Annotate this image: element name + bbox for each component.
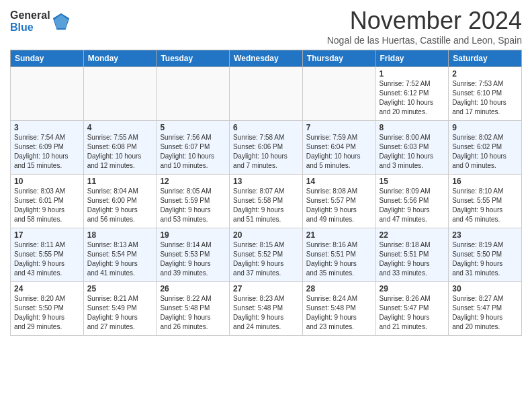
logo-line2: Blue xyxy=(10,21,50,34)
day-number: 11 xyxy=(87,177,153,186)
day-info: Sunrise: 8:02 AM Sunset: 6:02 PM Dayligh… xyxy=(452,133,518,171)
day-info: Sunrise: 7:55 AM Sunset: 6:08 PM Dayligh… xyxy=(87,133,153,171)
location-subtitle: Nogal de las Huertas, Castille and Leon,… xyxy=(327,35,522,46)
calendar-cell: 30Sunrise: 8:27 AM Sunset: 5:47 PM Dayli… xyxy=(449,282,522,336)
day-info: Sunrise: 8:27 AM Sunset: 5:47 PM Dayligh… xyxy=(452,294,518,332)
day-number: 28 xyxy=(306,284,372,293)
calendar-cell: 13Sunrise: 8:07 AM Sunset: 5:58 PM Dayli… xyxy=(230,175,303,228)
calendar-cell: 17Sunrise: 8:11 AM Sunset: 5:55 PM Dayli… xyxy=(11,228,84,282)
calendar-cell: 23Sunrise: 8:19 AM Sunset: 5:50 PM Dayli… xyxy=(449,228,522,282)
day-info: Sunrise: 8:05 AM Sunset: 5:59 PM Dayligh… xyxy=(160,187,226,224)
day-info: Sunrise: 8:09 AM Sunset: 5:56 PM Dayligh… xyxy=(380,187,445,224)
day-number: 26 xyxy=(160,284,226,293)
calendar-cell: 9Sunrise: 8:02 AM Sunset: 6:02 PM Daylig… xyxy=(449,121,522,175)
day-number: 3 xyxy=(14,123,80,132)
day-number: 8 xyxy=(380,123,445,132)
day-info: Sunrise: 8:16 AM Sunset: 5:51 PM Dayligh… xyxy=(306,240,372,278)
day-number: 13 xyxy=(233,177,299,186)
day-info: Sunrise: 8:21 AM Sunset: 5:49 PM Dayligh… xyxy=(87,294,153,332)
header: General Blue November 2024 Nogal de las … xyxy=(10,7,522,46)
day-number: 12 xyxy=(160,177,226,186)
weekday-header-wednesday: Wednesday xyxy=(230,50,303,67)
weekday-header-saturday: Saturday xyxy=(449,50,522,67)
day-number: 30 xyxy=(452,284,518,293)
day-info: Sunrise: 7:59 AM Sunset: 6:04 PM Dayligh… xyxy=(306,133,372,171)
calendar-cell: 8Sunrise: 8:00 AM Sunset: 6:03 PM Daylig… xyxy=(375,121,449,175)
calendar-cell xyxy=(157,67,230,121)
calendar-cell: 18Sunrise: 8:13 AM Sunset: 5:54 PM Dayli… xyxy=(83,228,157,282)
calendar-cell: 22Sunrise: 8:18 AM Sunset: 5:51 PM Dayli… xyxy=(375,228,449,282)
day-info: Sunrise: 8:00 AM Sunset: 6:03 PM Dayligh… xyxy=(380,133,445,171)
calendar-cell: 15Sunrise: 8:09 AM Sunset: 5:56 PM Dayli… xyxy=(375,175,449,228)
calendar-cell: 3Sunrise: 7:54 AM Sunset: 6:09 PM Daylig… xyxy=(11,121,84,175)
calendar-cell: 1Sunrise: 7:52 AM Sunset: 6:12 PM Daylig… xyxy=(375,67,449,121)
day-number: 2 xyxy=(452,69,518,79)
day-number: 29 xyxy=(380,284,445,293)
logo: General Blue xyxy=(10,9,71,33)
day-info: Sunrise: 8:10 AM Sunset: 5:55 PM Dayligh… xyxy=(452,187,518,224)
calendar-week-row: 3Sunrise: 7:54 AM Sunset: 6:09 PM Daylig… xyxy=(11,121,522,175)
day-number: 19 xyxy=(160,230,226,240)
day-number: 9 xyxy=(452,123,518,132)
calendar-week-row: 24Sunrise: 8:20 AM Sunset: 5:50 PM Dayli… xyxy=(11,282,522,336)
day-number: 6 xyxy=(233,123,299,132)
logo-icon xyxy=(52,12,71,31)
calendar-cell xyxy=(11,67,84,121)
day-number: 23 xyxy=(452,230,518,240)
day-info: Sunrise: 7:58 AM Sunset: 6:06 PM Dayligh… xyxy=(233,133,299,171)
calendar-cell: 4Sunrise: 7:55 AM Sunset: 6:08 PM Daylig… xyxy=(83,121,157,175)
day-number: 24 xyxy=(14,284,80,293)
day-number: 15 xyxy=(380,177,445,186)
page-container: General Blue November 2024 Nogal de las … xyxy=(0,0,532,342)
weekday-header-row: SundayMondayTuesdayWednesdayThursdayFrid… xyxy=(11,50,522,67)
day-info: Sunrise: 8:13 AM Sunset: 5:54 PM Dayligh… xyxy=(87,240,153,278)
weekday-header-friday: Friday xyxy=(375,50,449,67)
day-info: Sunrise: 8:26 AM Sunset: 5:47 PM Dayligh… xyxy=(380,294,445,332)
calendar-cell: 29Sunrise: 8:26 AM Sunset: 5:47 PM Dayli… xyxy=(375,282,449,336)
day-number: 22 xyxy=(380,230,445,240)
day-number: 25 xyxy=(87,284,153,293)
logo-text: General Blue xyxy=(10,9,71,33)
day-info: Sunrise: 7:52 AM Sunset: 6:12 PM Dayligh… xyxy=(380,79,445,117)
calendar-cell xyxy=(83,67,157,121)
calendar-week-row: 17Sunrise: 8:11 AM Sunset: 5:55 PM Dayli… xyxy=(11,228,522,282)
month-title: November 2024 xyxy=(327,7,522,35)
calendar-cell: 21Sunrise: 8:16 AM Sunset: 5:51 PM Dayli… xyxy=(302,228,375,282)
calendar-cell: 24Sunrise: 8:20 AM Sunset: 5:50 PM Dayli… xyxy=(11,282,84,336)
day-info: Sunrise: 8:03 AM Sunset: 6:01 PM Dayligh… xyxy=(14,187,80,224)
calendar-cell: 19Sunrise: 8:14 AM Sunset: 5:53 PM Dayli… xyxy=(157,228,230,282)
day-info: Sunrise: 8:04 AM Sunset: 6:00 PM Dayligh… xyxy=(87,187,153,224)
day-info: Sunrise: 8:14 AM Sunset: 5:53 PM Dayligh… xyxy=(160,240,226,278)
day-number: 16 xyxy=(452,177,518,186)
day-number: 4 xyxy=(87,123,153,132)
calendar-cell xyxy=(230,67,303,121)
day-info: Sunrise: 8:23 AM Sunset: 5:48 PM Dayligh… xyxy=(233,294,299,332)
weekday-header-tuesday: Tuesday xyxy=(157,50,230,67)
calendar-cell: 12Sunrise: 8:05 AM Sunset: 5:59 PM Dayli… xyxy=(157,175,230,228)
day-number: 5 xyxy=(160,123,226,132)
calendar-cell: 5Sunrise: 7:56 AM Sunset: 6:07 PM Daylig… xyxy=(157,121,230,175)
title-block: November 2024 Nogal de las Huertas, Cast… xyxy=(327,7,522,46)
calendar-cell xyxy=(302,67,375,121)
day-info: Sunrise: 8:07 AM Sunset: 5:58 PM Dayligh… xyxy=(233,187,299,224)
day-number: 20 xyxy=(233,230,299,240)
calendar-cell: 7Sunrise: 7:59 AM Sunset: 6:04 PM Daylig… xyxy=(302,121,375,175)
calendar-cell: 25Sunrise: 8:21 AM Sunset: 5:49 PM Dayli… xyxy=(83,282,157,336)
calendar-table: SundayMondayTuesdayWednesdayThursdayFrid… xyxy=(10,50,522,336)
calendar-cell: 27Sunrise: 8:23 AM Sunset: 5:48 PM Dayli… xyxy=(230,282,303,336)
day-number: 21 xyxy=(306,230,372,240)
day-info: Sunrise: 7:56 AM Sunset: 6:07 PM Dayligh… xyxy=(160,133,226,171)
day-info: Sunrise: 8:19 AM Sunset: 5:50 PM Dayligh… xyxy=(452,240,518,278)
calendar-week-row: 1Sunrise: 7:52 AM Sunset: 6:12 PM Daylig… xyxy=(11,67,522,121)
day-info: Sunrise: 8:18 AM Sunset: 5:51 PM Dayligh… xyxy=(380,240,445,278)
day-info: Sunrise: 7:54 AM Sunset: 6:09 PM Dayligh… xyxy=(14,133,80,171)
calendar-cell: 10Sunrise: 8:03 AM Sunset: 6:01 PM Dayli… xyxy=(11,175,84,228)
day-info: Sunrise: 8:20 AM Sunset: 5:50 PM Dayligh… xyxy=(14,294,80,332)
day-number: 1 xyxy=(380,69,445,79)
weekday-header-sunday: Sunday xyxy=(11,50,84,67)
logo-line1: General xyxy=(10,9,50,21)
day-info: Sunrise: 8:15 AM Sunset: 5:52 PM Dayligh… xyxy=(233,240,299,278)
day-info: Sunrise: 8:11 AM Sunset: 5:55 PM Dayligh… xyxy=(14,240,80,278)
day-info: Sunrise: 8:08 AM Sunset: 5:57 PM Dayligh… xyxy=(306,187,372,224)
calendar-cell: 16Sunrise: 8:10 AM Sunset: 5:55 PM Dayli… xyxy=(449,175,522,228)
